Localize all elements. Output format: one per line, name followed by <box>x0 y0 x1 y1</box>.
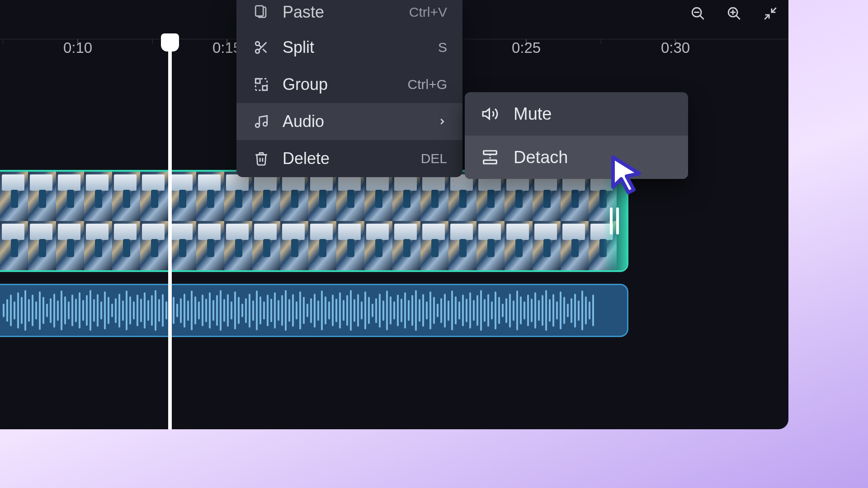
svg-line-4 <box>736 15 740 19</box>
submenu-label: Detach <box>514 148 568 167</box>
trash-icon <box>252 149 271 168</box>
menu-item-split[interactable]: Split S <box>236 29 462 66</box>
menu-item-paste[interactable]: Paste Ctrl+V <box>236 0 462 29</box>
timeline-panel: 0:10 0:15 0:25 0:30 Paste <box>0 0 788 429</box>
menu-item-audio[interactable]: Audio <box>236 103 462 140</box>
menu-shortcut: S <box>438 40 447 55</box>
audio-clip[interactable] <box>0 284 628 337</box>
menu-shortcut: DEL <box>421 151 447 166</box>
mouse-cursor <box>610 155 646 194</box>
timeline-toolbar <box>689 5 779 23</box>
menu-label: Group <box>283 75 328 94</box>
menu-label: Audio <box>283 112 324 131</box>
svg-point-12 <box>255 49 259 53</box>
menu-shortcut: Ctrl+V <box>409 5 447 20</box>
svg-line-15 <box>259 45 261 47</box>
svg-marker-21 <box>483 109 489 119</box>
svg-rect-23 <box>484 160 497 164</box>
scissors-icon <box>252 38 271 57</box>
svg-rect-10 <box>255 6 263 16</box>
menu-label: Split <box>283 38 314 57</box>
zoom-out-button[interactable] <box>689 5 707 23</box>
context-menu: Paste Ctrl+V Split S Group Ctrl+G <box>236 0 462 177</box>
svg-point-20 <box>263 122 267 126</box>
menu-item-group[interactable]: Group Ctrl+G <box>236 66 462 103</box>
music-icon <box>252 112 271 131</box>
menu-label: Delete <box>283 149 330 168</box>
svg-point-11 <box>255 42 259 46</box>
submenu-item-detach[interactable]: Detach <box>465 136 688 179</box>
ruler-label: 0:10 <box>63 39 92 56</box>
playhead-handle[interactable] <box>161 33 179 52</box>
playhead[interactable] <box>168 36 172 429</box>
svg-line-7 <box>772 8 776 12</box>
ruler-label: 0:30 <box>661 39 690 56</box>
audio-waveform <box>0 285 627 336</box>
video-clip[interactable] <box>0 170 628 272</box>
svg-rect-18 <box>255 79 267 90</box>
submenu-label: Mute <box>514 104 552 124</box>
menu-item-delete[interactable]: Delete DEL <box>236 140 462 177</box>
svg-rect-22 <box>484 151 497 155</box>
svg-point-19 <box>255 123 259 127</box>
detach-icon <box>480 147 500 167</box>
submenu-item-mute[interactable]: Mute <box>465 92 688 136</box>
paste-icon <box>252 3 271 22</box>
fit-to-screen-button[interactable] <box>761 5 779 23</box>
menu-label: Paste <box>283 3 324 22</box>
svg-line-14 <box>263 49 266 53</box>
svg-line-1 <box>700 15 704 19</box>
svg-line-8 <box>764 15 769 19</box>
ruler-label: 0:25 <box>512 39 541 56</box>
speaker-icon <box>480 104 500 124</box>
zoom-in-button[interactable] <box>725 5 743 23</box>
group-icon <box>252 75 271 94</box>
menu-shortcut: Ctrl+G <box>407 77 447 92</box>
audio-submenu: Mute Detach <box>465 92 688 179</box>
clip-thumbnails <box>0 172 627 270</box>
chevron-right-icon <box>437 117 447 127</box>
